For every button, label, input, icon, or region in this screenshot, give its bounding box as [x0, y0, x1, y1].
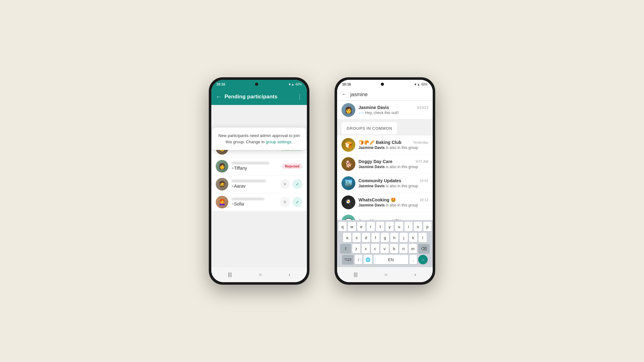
- back-button-1[interactable]: ←: [216, 94, 221, 100]
- send-key[interactable]: →: [418, 255, 428, 264]
- nav-bar-1: ||| ○ ‹: [211, 267, 307, 282]
- key-u[interactable]: u: [395, 222, 403, 231]
- camera-dot-1: [255, 83, 258, 86]
- keyboard-row-4: ?123 / 🌐 EN . →: [338, 255, 432, 264]
- key-z[interactable]: z: [352, 244, 360, 253]
- contact-time: 3/13/23: [417, 106, 428, 109]
- search-bar: ←: [337, 89, 433, 101]
- space-key[interactable]: EN: [374, 255, 408, 264]
- back-button-2[interactable]: ←: [341, 91, 347, 98]
- reject-button[interactable]: ✕: [280, 197, 290, 207]
- battery-icon-2: 60%: [421, 83, 428, 86]
- phone2: 10:16 ▼▲ 60% ← 👩 Jasmine Davis 3/13/23: [335, 77, 435, 285]
- numbers-key[interactable]: ?123: [342, 255, 353, 264]
- group-header: Community Updates 10:01: [358, 178, 428, 183]
- key-l[interactable]: l: [419, 233, 427, 242]
- key-x[interactable]: x: [362, 244, 370, 253]
- signal-icon: ▼▲: [288, 83, 294, 86]
- avatar: 🧔: [216, 178, 228, 190]
- app-bar-1: ← Pending participants ⋮: [211, 89, 307, 105]
- status-time-2: 10:16: [342, 82, 351, 86]
- jasmine-contact-item[interactable]: 👩 Jasmine Davis 3/13/23 ✓✓ Hey, check th…: [337, 101, 433, 120]
- shift-key[interactable]: ⇧: [340, 244, 351, 253]
- status-time-1: 10:16: [216, 82, 225, 86]
- blurred-phone: [231, 162, 269, 164]
- delete-key[interactable]: ⌫: [418, 244, 430, 253]
- nav-home-icon[interactable]: ○: [259, 272, 262, 277]
- slash-key[interactable]: /: [355, 255, 362, 264]
- nav-back-icon-2[interactable]: ‹: [414, 272, 416, 277]
- nav-menu-icon-2[interactable]: |||: [354, 272, 358, 277]
- group-preview: Jasmine Davis is also in this group: [358, 184, 428, 188]
- key-b[interactable]: b: [390, 244, 398, 253]
- read-tick-icon: ✓✓: [358, 111, 365, 115]
- participant-item: 👩 ~Tiffany Rejected: [211, 157, 307, 175]
- group-time: Yesterday: [413, 140, 428, 144]
- menu-button-1[interactable]: ⋮: [297, 93, 303, 100]
- key-f[interactable]: f: [371, 233, 380, 242]
- status-icons-2: ▼▲ 60%: [414, 83, 428, 86]
- participant-item: 👩‍🦰 ~Sofia ✕ ✓: [211, 193, 307, 211]
- key-k[interactable]: k: [409, 233, 417, 242]
- participant-info: ~Tiffany: [231, 162, 279, 171]
- key-j[interactable]: j: [400, 233, 408, 242]
- group-name: 🍞🥐🥖 Baking Club: [358, 140, 402, 145]
- phone1-screen: 10:16 ▼▲ 60% ← Pending participants ⋮ Ne…: [211, 80, 307, 282]
- key-t[interactable]: t: [376, 222, 384, 231]
- keyboard-row-2: a s d f g h j k l: [338, 233, 432, 242]
- key-v[interactable]: v: [380, 244, 389, 253]
- key-i[interactable]: i: [404, 222, 413, 231]
- keyboard-row-1: q w e r t y u i o p: [338, 222, 432, 231]
- group-item-partial: 💬 Save Messages XFN: [337, 212, 433, 220]
- key-m[interactable]: m: [409, 244, 417, 253]
- key-d[interactable]: d: [362, 233, 370, 242]
- group-avatar-partial: 💬: [341, 215, 355, 220]
- key-h[interactable]: h: [390, 233, 398, 242]
- group-time: 10:01: [419, 179, 428, 183]
- group-info: 🍞🥐🥖 Baking Club Yesterday Jasmine Davis …: [358, 140, 428, 150]
- key-w[interactable]: w: [348, 222, 356, 231]
- reject-button[interactable]: ✕: [280, 179, 290, 189]
- avatar: 👩: [216, 160, 228, 173]
- globe-key[interactable]: 🌐: [364, 255, 372, 264]
- keyboard-row-3: ⇧ z x c v b n m ⌫: [338, 244, 432, 253]
- camera-dot-2: [381, 83, 384, 86]
- approve-button[interactable]: ✓: [292, 179, 303, 189]
- group-header: Doggy Day Care 9:07 AM: [358, 159, 428, 164]
- key-e[interactable]: e: [357, 222, 365, 231]
- key-p[interactable]: p: [423, 222, 431, 231]
- key-n[interactable]: n: [399, 244, 408, 253]
- period-key[interactable]: .: [409, 255, 417, 264]
- key-c[interactable]: c: [371, 244, 379, 253]
- group-item[interactable]: 🍳 WhatsCooking 🤩 10:12 Jasmine Davis is …: [337, 193, 433, 212]
- group-item[interactable]: 🐕 Doggy Day Care 9:07 AM Jasmine Davis i…: [337, 155, 433, 174]
- group-name: WhatsCooking 🤩: [358, 197, 396, 202]
- key-r[interactable]: r: [367, 222, 375, 231]
- contact-header: Jasmine Davis 3/13/23: [358, 105, 428, 110]
- key-g[interactable]: g: [381, 233, 389, 242]
- group-avatar: 🍞: [341, 138, 355, 152]
- tooltip-link[interactable]: group settings: [266, 140, 291, 144]
- key-y[interactable]: y: [386, 222, 394, 231]
- status-icons-1: ▼▲ 60%: [288, 83, 302, 86]
- search-input[interactable]: [350, 92, 428, 97]
- group-header: WhatsCooking 🤩 10:12: [358, 197, 428, 202]
- group-item[interactable]: 🍞 🍞🥐🥖 Baking Club Yesterday Jasmine Davi…: [337, 135, 433, 155]
- participant-name: ~Aarav: [231, 184, 277, 189]
- nav-bar-2: ||| ○ ‹: [337, 267, 433, 282]
- key-q[interactable]: q: [338, 222, 347, 231]
- action-buttons: ✕ ✓: [280, 179, 303, 189]
- key-s[interactable]: s: [353, 233, 361, 242]
- nav-home-icon-2[interactable]: ○: [385, 272, 388, 277]
- nav-menu-icon[interactable]: |||: [228, 272, 232, 277]
- approve-button[interactable]: ✓: [292, 197, 303, 207]
- group-item[interactable]: 🏙️ Community Updates 10:01 Jasmine Davis…: [337, 174, 433, 193]
- contact-preview: ✓✓ Hey, check this out!!: [358, 111, 428, 115]
- section-label-text: GROUPS IN COMMON: [347, 126, 392, 131]
- group-time: 10:12: [419, 198, 428, 202]
- participant-name: ~Tiffany: [231, 166, 279, 171]
- group-preview: Jasmine Davis is also in this group: [358, 165, 428, 169]
- key-o[interactable]: o: [414, 222, 422, 231]
- key-a[interactable]: a: [343, 233, 351, 242]
- nav-back-icon[interactable]: ‹: [289, 272, 290, 277]
